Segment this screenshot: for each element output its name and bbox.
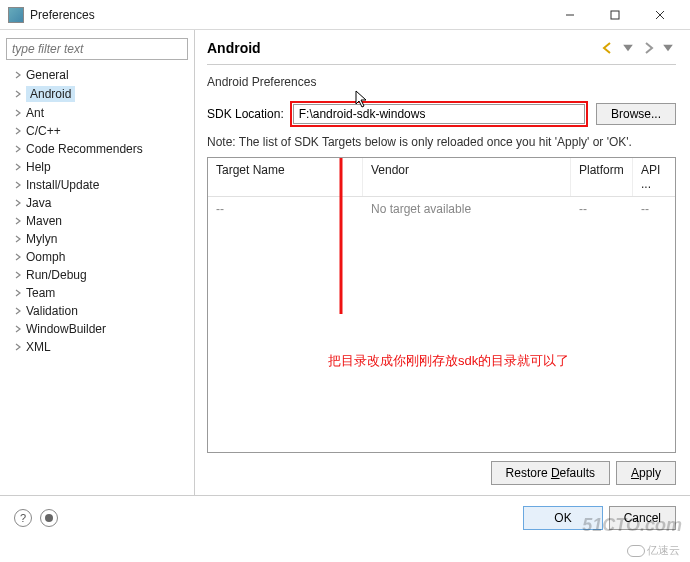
sidebar-item-label: Help [26, 160, 51, 174]
sidebar-item-label: Mylyn [26, 232, 57, 246]
chevron-right-icon [12, 323, 24, 335]
sidebar-item-label: Team [26, 286, 55, 300]
close-button[interactable] [637, 1, 682, 29]
sidebar-item-label: C/C++ [26, 124, 61, 138]
sidebar-item-label: XML [26, 340, 51, 354]
chevron-right-icon [12, 305, 24, 317]
chevron-right-icon [12, 179, 24, 191]
sidebar-item-android[interactable]: Android [6, 84, 188, 104]
sidebar-item-label: General [26, 68, 69, 82]
sidebar-item-oomph[interactable]: Oomph [6, 248, 188, 266]
sdk-input-highlight [290, 101, 588, 127]
sidebar-item-maven[interactable]: Maven [6, 212, 188, 230]
sidebar-item-label: Install/Update [26, 178, 99, 192]
chevron-right-icon [12, 341, 24, 353]
svg-rect-1 [611, 11, 619, 19]
forward-arrow-icon[interactable] [640, 40, 656, 56]
bottom-bar: ? OK Cancel 51CTO.com [0, 496, 690, 540]
note-text: Note: The list of SDK Targets below is o… [207, 135, 676, 149]
sidebar-item-xml[interactable]: XML [6, 338, 188, 356]
sidebar-item-label: WindowBuilder [26, 322, 106, 336]
sdk-location-input[interactable] [293, 104, 585, 124]
sidebar-item-mylyn[interactable]: Mylyn [6, 230, 188, 248]
chevron-right-icon [12, 161, 24, 173]
apply-button[interactable]: Apply [616, 461, 676, 485]
sidebar-item-label: Oomph [26, 250, 65, 264]
chevron-right-icon [12, 233, 24, 245]
content-pane: Android Android Preferences SDK Location… [195, 30, 690, 495]
chevron-right-icon [12, 69, 24, 81]
filter-input[interactable] [6, 38, 188, 60]
sidebar-item-team[interactable]: Team [6, 284, 188, 302]
sidebar-item-label: Android [26, 86, 75, 102]
subtitle: Android Preferences [207, 75, 676, 89]
restore-defaults-button[interactable]: Restore Defaults [491, 461, 610, 485]
nav-arrows [600, 40, 676, 56]
sidebar-item-c-c-[interactable]: C/C++ [6, 122, 188, 140]
sidebar-item-windowbuilder[interactable]: WindowBuilder [6, 320, 188, 338]
annotation-text: 把目录改成你刚刚存放sdk的目录就可以了 [328, 352, 569, 370]
back-dropdown-icon[interactable] [620, 40, 636, 56]
sidebar-item-label: Validation [26, 304, 78, 318]
chevron-right-icon [12, 215, 24, 227]
sidebar-item-general[interactable]: General [6, 66, 188, 84]
browse-button[interactable]: Browse... [596, 103, 676, 125]
maximize-button[interactable] [592, 1, 637, 29]
table-row: -- No target available -- -- [208, 197, 675, 221]
chevron-right-icon [12, 197, 24, 209]
chevron-right-icon [12, 125, 24, 137]
sidebar-item-ant[interactable]: Ant [6, 104, 188, 122]
sidebar-item-java[interactable]: Java [6, 194, 188, 212]
chevron-right-icon [12, 251, 24, 263]
forward-dropdown-icon[interactable] [660, 40, 676, 56]
back-arrow-icon[interactable] [600, 40, 616, 56]
watermark-secondary: 亿速云 [627, 543, 680, 558]
cloud-icon [627, 545, 645, 557]
col-vendor[interactable]: Vendor [363, 158, 571, 196]
app-icon [8, 7, 24, 23]
sidebar-item-label: Code Recommenders [26, 142, 143, 156]
sidebar-item-install-update[interactable]: Install/Update [6, 176, 188, 194]
col-target[interactable]: Target Name [208, 158, 363, 196]
chevron-right-icon [12, 269, 24, 281]
sidebar-item-label: Ant [26, 106, 44, 120]
sidebar-item-label: Run/Debug [26, 268, 87, 282]
chevron-right-icon [12, 287, 24, 299]
sidebar-item-label: Maven [26, 214, 62, 228]
record-icon[interactable] [40, 509, 58, 527]
minimize-button[interactable] [547, 1, 592, 29]
cursor-icon [355, 90, 369, 108]
chevron-right-icon [12, 88, 24, 100]
help-icon[interactable]: ? [14, 509, 32, 527]
col-api[interactable]: API ... [633, 158, 675, 196]
sidebar-item-label: Java [26, 196, 51, 210]
ok-button[interactable]: OK [523, 506, 602, 530]
targets-table: Target Name Vendor Platform API ... -- N… [207, 157, 676, 453]
title-bar: Preferences [0, 0, 690, 30]
col-platform[interactable]: Platform [571, 158, 633, 196]
sidebar-item-code-recommenders[interactable]: Code Recommenders [6, 140, 188, 158]
sidebar-item-help[interactable]: Help [6, 158, 188, 176]
sidebar-item-validation[interactable]: Validation [6, 302, 188, 320]
sidebar-item-run-debug[interactable]: Run/Debug [6, 266, 188, 284]
page-title: Android [207, 40, 600, 56]
window-title: Preferences [30, 8, 547, 22]
sidebar: GeneralAndroidAntC/C++Code RecommendersH… [0, 30, 195, 495]
chevron-right-icon [12, 107, 24, 119]
chevron-right-icon [12, 143, 24, 155]
cancel-button[interactable]: Cancel [609, 506, 676, 530]
sdk-location-label: SDK Location: [207, 107, 284, 121]
